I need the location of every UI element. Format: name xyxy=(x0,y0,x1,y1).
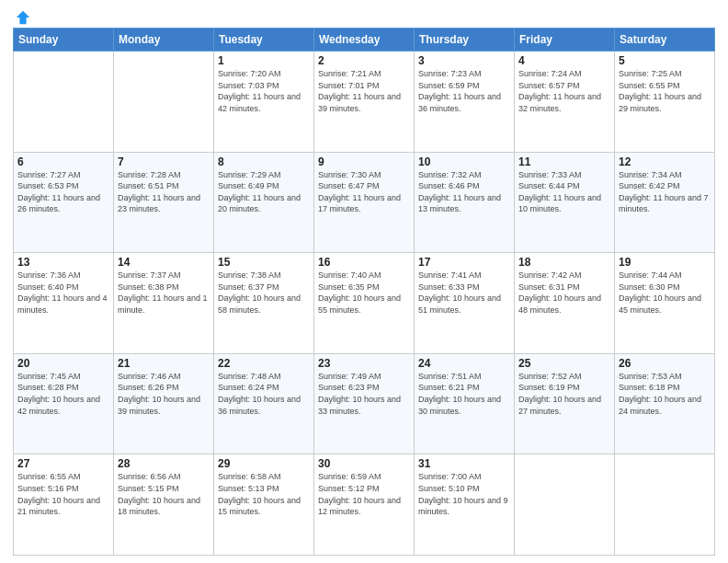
day-info: Sunrise: 7:36 AMSunset: 6:40 PMDaylight:… xyxy=(17,270,109,316)
day-info: Sunrise: 7:45 AMSunset: 6:28 PMDaylight:… xyxy=(17,371,109,417)
day-number: 17 xyxy=(418,256,510,269)
calendar-cell: 26Sunrise: 7:53 AMSunset: 6:18 PMDayligh… xyxy=(615,353,715,454)
calendar-cell: 22Sunrise: 7:48 AMSunset: 6:24 PMDayligh… xyxy=(214,353,314,454)
calendar-cell: 14Sunrise: 7:37 AMSunset: 6:38 PMDayligh… xyxy=(114,253,214,354)
day-info: Sunrise: 7:21 AMSunset: 7:01 PMDaylight:… xyxy=(318,68,410,114)
logo xyxy=(13,9,31,22)
day-info: Sunrise: 7:40 AMSunset: 6:35 PMDaylight:… xyxy=(318,270,410,316)
calendar-cell xyxy=(114,52,214,153)
calendar-header-thursday: Thursday xyxy=(415,29,515,52)
calendar-week-3: 13Sunrise: 7:36 AMSunset: 6:40 PMDayligh… xyxy=(14,253,715,354)
day-info: Sunrise: 7:48 AMSunset: 6:24 PMDaylight:… xyxy=(218,371,310,417)
day-number: 14 xyxy=(118,256,210,269)
calendar-cell: 29Sunrise: 6:58 AMSunset: 5:13 PMDayligh… xyxy=(214,454,314,556)
day-number: 3 xyxy=(418,54,510,67)
calendar-cell: 19Sunrise: 7:44 AMSunset: 6:30 PMDayligh… xyxy=(615,253,715,354)
day-number: 2 xyxy=(318,54,410,67)
calendar-header-tuesday: Tuesday xyxy=(214,29,314,52)
svg-marker-0 xyxy=(17,11,29,24)
calendar-cell: 24Sunrise: 7:51 AMSunset: 6:21 PMDayligh… xyxy=(415,353,515,454)
calendar-cell: 11Sunrise: 7:33 AMSunset: 6:44 PMDayligh… xyxy=(515,152,615,253)
calendar-cell xyxy=(14,52,114,153)
calendar-cell: 30Sunrise: 6:59 AMSunset: 5:12 PMDayligh… xyxy=(314,454,415,556)
day-info: Sunrise: 7:37 AMSunset: 6:38 PMDaylight:… xyxy=(118,270,210,316)
calendar-cell: 10Sunrise: 7:32 AMSunset: 6:46 PMDayligh… xyxy=(415,152,515,253)
calendar-cell: 1Sunrise: 7:20 AMSunset: 7:03 PMDaylight… xyxy=(214,52,314,153)
day-number: 6 xyxy=(17,155,109,168)
day-info: Sunrise: 7:46 AMSunset: 6:26 PMDaylight:… xyxy=(118,371,210,417)
day-info: Sunrise: 6:56 AMSunset: 5:15 PMDaylight:… xyxy=(118,471,210,517)
day-info: Sunrise: 7:52 AMSunset: 6:19 PMDaylight:… xyxy=(518,371,610,417)
day-info: Sunrise: 7:34 AMSunset: 6:42 PMDaylight:… xyxy=(619,169,711,215)
day-number: 26 xyxy=(619,357,711,370)
header xyxy=(13,9,715,22)
day-number: 16 xyxy=(318,256,410,269)
day-info: Sunrise: 7:20 AMSunset: 7:03 PMDaylight:… xyxy=(218,68,310,114)
day-info: Sunrise: 7:25 AMSunset: 6:55 PMDaylight:… xyxy=(619,68,711,114)
day-number: 25 xyxy=(518,357,610,370)
day-number: 12 xyxy=(619,155,711,168)
day-info: Sunrise: 7:41 AMSunset: 6:33 PMDaylight:… xyxy=(418,270,510,316)
logo-icon xyxy=(15,9,31,26)
calendar-cell: 4Sunrise: 7:24 AMSunset: 6:57 PMDaylight… xyxy=(515,52,615,153)
day-info: Sunrise: 7:00 AMSunset: 5:10 PMDaylight:… xyxy=(418,471,510,517)
calendar-header-saturday: Saturday xyxy=(615,29,715,52)
day-number: 11 xyxy=(518,155,610,168)
day-number: 20 xyxy=(17,357,109,370)
day-number: 23 xyxy=(318,357,410,370)
calendar-week-4: 20Sunrise: 7:45 AMSunset: 6:28 PMDayligh… xyxy=(14,353,715,454)
day-info: Sunrise: 7:29 AMSunset: 6:49 PMDaylight:… xyxy=(218,169,310,215)
calendar-cell: 6Sunrise: 7:27 AMSunset: 6:53 PMDaylight… xyxy=(14,152,114,253)
calendar-cell: 20Sunrise: 7:45 AMSunset: 6:28 PMDayligh… xyxy=(14,353,114,454)
day-info: Sunrise: 7:27 AMSunset: 6:53 PMDaylight:… xyxy=(17,169,109,215)
calendar-week-2: 6Sunrise: 7:27 AMSunset: 6:53 PMDaylight… xyxy=(14,152,715,253)
day-number: 29 xyxy=(218,457,310,470)
page: SundayMondayTuesdayWednesdayThursdayFrid… xyxy=(0,0,728,563)
day-info: Sunrise: 7:38 AMSunset: 6:37 PMDaylight:… xyxy=(218,270,310,316)
day-info: Sunrise: 6:58 AMSunset: 5:13 PMDaylight:… xyxy=(218,471,310,517)
day-number: 10 xyxy=(418,155,510,168)
calendar-cell: 25Sunrise: 7:52 AMSunset: 6:19 PMDayligh… xyxy=(515,353,615,454)
day-info: Sunrise: 7:51 AMSunset: 6:21 PMDaylight:… xyxy=(418,371,510,417)
calendar-cell: 13Sunrise: 7:36 AMSunset: 6:40 PMDayligh… xyxy=(14,253,114,354)
day-number: 1 xyxy=(218,54,310,67)
day-number: 24 xyxy=(418,357,510,370)
day-info: Sunrise: 7:30 AMSunset: 6:47 PMDaylight:… xyxy=(318,169,410,215)
day-info: Sunrise: 6:55 AMSunset: 5:16 PMDaylight:… xyxy=(17,471,109,517)
calendar-cell: 16Sunrise: 7:40 AMSunset: 6:35 PMDayligh… xyxy=(314,253,415,354)
calendar-header-friday: Friday xyxy=(515,29,615,52)
day-number: 5 xyxy=(619,54,711,67)
calendar-cell: 12Sunrise: 7:34 AMSunset: 6:42 PMDayligh… xyxy=(615,152,715,253)
day-info: Sunrise: 6:59 AMSunset: 5:12 PMDaylight:… xyxy=(318,471,410,517)
day-info: Sunrise: 7:44 AMSunset: 6:30 PMDaylight:… xyxy=(619,270,711,316)
calendar-cell: 15Sunrise: 7:38 AMSunset: 6:37 PMDayligh… xyxy=(214,253,314,354)
day-number: 7 xyxy=(118,155,210,168)
calendar-cell xyxy=(515,454,615,556)
calendar-header-monday: Monday xyxy=(114,29,214,52)
calendar-cell: 17Sunrise: 7:41 AMSunset: 6:33 PMDayligh… xyxy=(415,253,515,354)
calendar-cell: 8Sunrise: 7:29 AMSunset: 6:49 PMDaylight… xyxy=(214,152,314,253)
calendar-week-1: 1Sunrise: 7:20 AMSunset: 7:03 PMDaylight… xyxy=(14,52,715,153)
calendar-cell: 18Sunrise: 7:42 AMSunset: 6:31 PMDayligh… xyxy=(515,253,615,354)
day-number: 13 xyxy=(17,256,109,269)
day-number: 30 xyxy=(318,457,410,470)
calendar-cell: 7Sunrise: 7:28 AMSunset: 6:51 PMDaylight… xyxy=(114,152,214,253)
calendar-cell: 9Sunrise: 7:30 AMSunset: 6:47 PMDaylight… xyxy=(314,152,415,253)
day-info: Sunrise: 7:23 AMSunset: 6:59 PMDaylight:… xyxy=(418,68,510,114)
calendar-header-sunday: Sunday xyxy=(14,29,114,52)
day-number: 21 xyxy=(118,357,210,370)
day-number: 28 xyxy=(118,457,210,470)
calendar-cell: 28Sunrise: 6:56 AMSunset: 5:15 PMDayligh… xyxy=(114,454,214,556)
day-info: Sunrise: 7:53 AMSunset: 6:18 PMDaylight:… xyxy=(619,371,711,417)
calendar-cell: 2Sunrise: 7:21 AMSunset: 7:01 PMDaylight… xyxy=(314,52,415,153)
calendar-cell: 5Sunrise: 7:25 AMSunset: 6:55 PMDaylight… xyxy=(615,52,715,153)
calendar-header-row: SundayMondayTuesdayWednesdayThursdayFrid… xyxy=(14,29,715,52)
day-info: Sunrise: 7:33 AMSunset: 6:44 PMDaylight:… xyxy=(518,169,610,215)
day-number: 19 xyxy=(619,256,711,269)
calendar-cell: 21Sunrise: 7:46 AMSunset: 6:26 PMDayligh… xyxy=(114,353,214,454)
calendar-cell: 3Sunrise: 7:23 AMSunset: 6:59 PMDaylight… xyxy=(415,52,515,153)
day-number: 22 xyxy=(218,357,310,370)
day-number: 18 xyxy=(518,256,610,269)
day-info: Sunrise: 7:49 AMSunset: 6:23 PMDaylight:… xyxy=(318,371,410,417)
day-number: 9 xyxy=(318,155,410,168)
